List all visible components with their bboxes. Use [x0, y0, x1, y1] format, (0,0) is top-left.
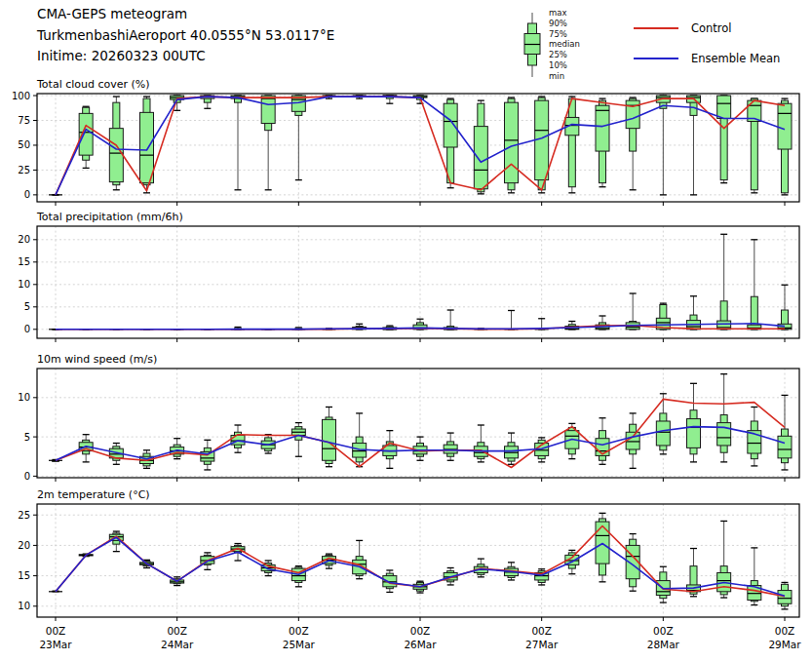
panel-10m-wind-speed: 051010m wind speed (m/s) [18, 353, 799, 482]
ensemble-mean-line-swatch [634, 58, 678, 59]
y-axis: 0510 [18, 392, 37, 482]
y-tick-label: 5 [24, 432, 30, 443]
boxplot-legend-labels: max 90% 75% median 25% 10% min [549, 8, 580, 82]
page-title: CMA-GEPS meteogram [37, 4, 334, 25]
x-tick-time: 00Z [46, 625, 66, 637]
meteogram-canvas: 0255075100Total cloud cover (%)05101520T… [0, 0, 812, 661]
y-tick-label: 20 [18, 234, 30, 245]
control-line-swatch [634, 27, 678, 29]
panel-total-precipitation: 05101520Total precipitation (mm/6h) [18, 211, 799, 342]
y-axis: 05101520 [18, 234, 37, 334]
x-tick-date: 23Mar [39, 639, 72, 650]
y-tick-label: 50 [18, 139, 30, 150]
x-tick-time: 00Z [410, 625, 431, 637]
y-tick-label: 10 [18, 279, 30, 290]
header: CMA-GEPS meteogram TurkmenbashiAeroport … [37, 4, 334, 67]
legend-label-75: 75% [549, 29, 580, 40]
x-tick-time: 00Z [775, 625, 795, 637]
x-tick-time: 00Z [289, 625, 309, 637]
panel-title: 2m temperature (°C) [37, 488, 150, 501]
y-tick-label: 25 [18, 165, 30, 175]
legend-label-max: max [549, 8, 580, 19]
legend-label-90: 90% [549, 19, 580, 29]
panel-title: Total precipitation (mm/6h) [36, 211, 183, 223]
x-tick-date: 26Mar [404, 639, 437, 650]
x-axis: 00Z23Mar00Z24Mar00Z25Mar00Z26Mar00Z27Mar… [39, 625, 801, 650]
x-tick-time: 00Z [653, 625, 674, 637]
panel-title: Total cloud cover (%) [36, 78, 150, 91]
panel-total-cloud-cover: 0255075100Total cloud cover (%) [12, 78, 799, 206]
x-tick-time: 00Z [531, 625, 552, 637]
y-tick-label: 10 [18, 601, 30, 611]
panel-2m-temperature: 101520252m temperature (°C) [18, 488, 799, 621]
legend-row-control: Control [634, 21, 780, 35]
ensemble-mean-label: Ensemble Mean [691, 52, 780, 65]
legend-label-median: median [549, 39, 580, 50]
x-tick-date: 29Mar [768, 639, 801, 650]
y-tick-label: 10 [18, 392, 30, 403]
y-tick-label: 0 [24, 189, 30, 200]
y-tick-label: 100 [12, 91, 30, 101]
meteogram-page: 0255075100Total cloud cover (%)05101520T… [0, 0, 812, 661]
panel-title: 10m wind speed (m/s) [37, 353, 157, 366]
legend-label-25: 25% [549, 50, 580, 60]
y-tick-label: 75 [18, 115, 30, 126]
legend-label-min: min [549, 71, 580, 82]
legend-label-10: 10% [549, 60, 580, 71]
y-tick-label: 15 [18, 570, 30, 581]
x-tick-date: 28Mar [647, 639, 680, 650]
y-tick-label: 25 [18, 510, 30, 521]
boxplot-legend: max 90% 75% median 25% 10% min [520, 8, 580, 82]
y-tick-label: 0 [24, 471, 30, 482]
y-tick-label: 15 [18, 256, 30, 267]
y-axis: 0255075100 [12, 91, 37, 201]
panel-frame [37, 504, 799, 617]
y-axis: 10152025 [18, 510, 37, 612]
x-tick-date: 27Mar [525, 639, 559, 650]
panel-frame [37, 226, 799, 338]
x-tick-time: 00Z [167, 625, 187, 637]
y-tick-label: 20 [18, 540, 30, 551]
station-location: TurkmenbashiAeroport 40.0555°N 53.0117°E [37, 25, 334, 47]
x-tick-date: 24Mar [161, 639, 194, 650]
line-legend: Control Ensemble Mean [634, 21, 780, 82]
init-time: Initime: 20260323 00UTC [37, 46, 334, 67]
x-tick-date: 25Mar [283, 639, 316, 650]
y-tick-label: 0 [24, 324, 30, 334]
control-label: Control [691, 21, 732, 35]
boxplot-legend-glyph [520, 8, 545, 82]
y-tick-label: 5 [24, 301, 30, 312]
legend-row-ensemble-mean: Ensemble Mean [634, 52, 780, 65]
